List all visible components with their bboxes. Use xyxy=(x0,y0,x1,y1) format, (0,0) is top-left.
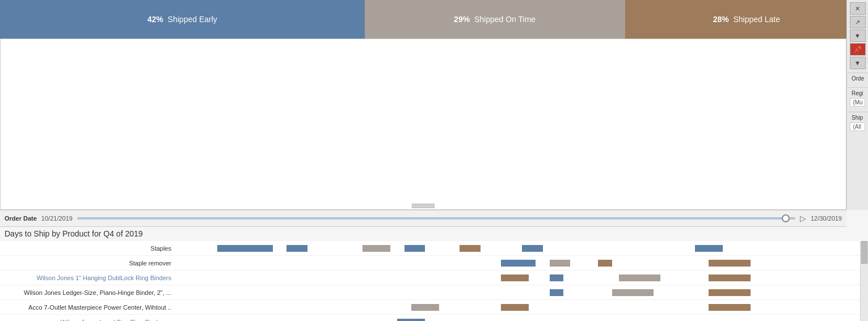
gantt-row-label: Wilson Jones Legal Size Ring Binders... xyxy=(0,319,176,322)
gantt-bar-blue[interactable] xyxy=(695,245,723,252)
section-title-bar: Days to Ship by Product for Q4 of 2019 xyxy=(0,227,846,240)
ship-section: Ship (All xyxy=(847,112,868,133)
date-range-label: Order Date xyxy=(5,215,37,222)
shipped-late-percent: 28% xyxy=(713,15,729,24)
table-row: Wilson Jones 1" Hanging DublLock Ring Bi… xyxy=(0,271,868,285)
gantt-row-bars xyxy=(176,300,868,314)
region-label: Regi xyxy=(849,89,866,98)
shipped-early-percent: 42% xyxy=(148,15,163,24)
ship-label: Ship xyxy=(849,113,866,122)
gantt-row-label: Staple remover xyxy=(0,260,176,267)
gantt-row-bars xyxy=(176,315,868,321)
gantt-row-bars xyxy=(176,285,868,299)
gantt-bar-blue[interactable] xyxy=(404,245,425,252)
gantt-bar-brown[interactable] xyxy=(598,260,612,267)
main-chart-area xyxy=(0,39,846,210)
date-range-section: Order Date 10/21/2019 ▷ 12/30/2019 xyxy=(0,210,846,227)
gantt-row-bars xyxy=(176,256,868,270)
filter-button[interactable]: ▼ xyxy=(850,29,866,42)
gantt-bar-blue[interactable] xyxy=(522,245,543,252)
shipped-ontime-percent: 29% xyxy=(454,15,470,24)
shipped-early-label: 42% Shipped Early xyxy=(148,15,217,24)
gantt-row-label: Wilson Jones Ledger-Size, Piano-Hinge Bi… xyxy=(0,289,176,296)
table-row: Wilson Jones Legal Size Ring Binders... xyxy=(0,315,868,321)
order-label: Orde xyxy=(849,74,866,83)
shipped-late-bar[interactable]: 28% Shipped Late xyxy=(625,0,868,39)
shipped-ontime-label: 29% Shipped On Time xyxy=(454,15,536,24)
table-row: Wilson Jones Ledger-Size, Piano-Hinge Bi… xyxy=(0,285,868,300)
shipped-ontime-text: Shipped On Time xyxy=(474,15,536,24)
gantt-bar-brown[interactable] xyxy=(709,304,750,311)
table-row: Acco 7-Outlet Masterpiece Power Center, … xyxy=(0,300,868,315)
gantt-row-label: Acco 7-Outlet Masterpiece Power Center, … xyxy=(0,304,176,311)
close-button[interactable]: ✕ xyxy=(850,2,866,15)
region-section: Regi (Mu xyxy=(847,87,868,108)
slider-arrow: ▷ xyxy=(800,214,806,223)
shipping-status-bar: 42% Shipped Early 29% Shipped On Time 28… xyxy=(0,0,868,39)
gantt-bar-gray[interactable] xyxy=(612,289,654,296)
gantt-bar-brown[interactable] xyxy=(709,260,750,267)
shipped-ontime-bar[interactable]: 29% Shipped On Time xyxy=(365,0,625,39)
shipped-late-label: 28% Shipped Late xyxy=(713,15,780,24)
gantt-bar-gray[interactable] xyxy=(363,245,390,252)
date-slider-track[interactable] xyxy=(77,217,795,219)
gantt-scrollbar[interactable] xyxy=(860,241,868,321)
order-section: Orde xyxy=(847,73,868,84)
gantt-bar-blue[interactable] xyxy=(550,274,563,281)
gantt-chart-area: StaplesStaple removerWilson Jones 1" Han… xyxy=(0,241,868,321)
gantt-bar-brown[interactable] xyxy=(709,274,750,281)
table-row: Staples xyxy=(0,241,868,256)
region-value[interactable]: (Mu xyxy=(850,98,865,107)
gantt-bar-blue[interactable] xyxy=(217,245,273,252)
date-end: 12/30/2019 xyxy=(811,215,842,222)
gantt-bar-blue[interactable] xyxy=(286,245,307,252)
gantt-bar-brown[interactable] xyxy=(460,245,481,252)
gantt-bar-blue[interactable] xyxy=(501,260,536,267)
gantt-bar-brown[interactable] xyxy=(501,304,529,311)
gantt-row-bars xyxy=(176,241,868,255)
table-row: Staple remover xyxy=(0,256,868,271)
gantt-bar-gray[interactable] xyxy=(411,304,439,311)
gantt-bar-blue[interactable] xyxy=(397,319,425,321)
expand-button[interactable]: ▼ xyxy=(850,57,866,69)
gantt-bar-blue[interactable] xyxy=(550,289,563,296)
date-slider-handle[interactable] xyxy=(782,214,790,222)
ship-value[interactable]: (All xyxy=(850,123,865,131)
shipped-early-bar[interactable]: 42% Shipped Early xyxy=(0,0,365,39)
shipped-early-text: Shipped Early xyxy=(168,15,217,24)
gantt-row-label: Staples xyxy=(0,245,176,252)
shipped-late-text: Shipped Late xyxy=(733,15,780,24)
gantt-row-label: Wilson Jones 1" Hanging DublLock Ring Bi… xyxy=(0,274,176,281)
section-title: Days to Ship by Product for Q4 of 2019 xyxy=(5,229,143,238)
gantt-bar-brown[interactable] xyxy=(709,289,750,296)
pin-button[interactable]: 📌 xyxy=(850,43,866,56)
gantt-bar-gray[interactable] xyxy=(550,260,571,267)
scroll-indicator[interactable] xyxy=(412,204,435,208)
gantt-bar-gray[interactable] xyxy=(619,274,660,281)
date-start: 10/21/2019 xyxy=(41,215,73,222)
gantt-row-bars xyxy=(176,271,868,285)
sidebar-controls: ✕ ↗ ▼ 📌 ▼ Orde Regi (Mu Ship (All xyxy=(846,0,868,210)
gantt-bar-brown[interactable] xyxy=(501,274,529,281)
scroll-thumb[interactable] xyxy=(861,241,867,264)
export-button[interactable]: ↗ xyxy=(850,16,866,28)
